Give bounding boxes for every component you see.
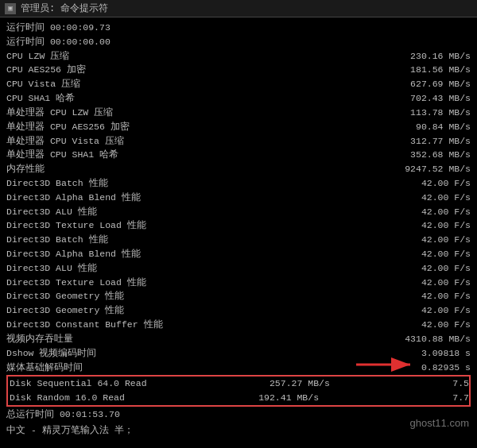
value: 9247.52 MB/s <box>375 162 471 176</box>
title-bar: ▣ 管理员: 命令提示符 <box>0 0 477 17</box>
window-title: 管理员: 命令提示符 <box>21 2 108 15</box>
value: 230.16 MB/s <box>375 49 471 64</box>
value: 312.77 MB/s <box>375 134 471 149</box>
label: CPU AES256 加密 <box>6 63 375 77</box>
runtime2-label: 运行时间 00:00:00.00 <box>6 37 111 47</box>
highlighted-section: Disk Sequential 64.0 Read 257.27 MB/s 7.… <box>6 375 471 407</box>
row-d3d-alu1: Direct3D ALU 性能 42.00 F/s <box>6 205 471 219</box>
row-vram: 视频内存吞吐量 4310.88 MB/s <box>6 332 471 346</box>
label: Direct3D Geometry 性能 <box>6 303 375 318</box>
row-d3d-alpha1: Direct3D Alpha Blend 性能 42.00 F/s <box>6 191 471 205</box>
label: 单处理器 CPU SHA1 哈希 <box>6 148 375 162</box>
value: 0.82935 s <box>375 361 471 375</box>
label: CPU LZW 压缩 <box>6 49 375 64</box>
value: 42.00 F/s <box>375 289 471 303</box>
row-cpu-lzw: CPU LZW 压缩 230.16 MB/s <box>6 49 471 64</box>
label: Direct3D ALU 性能 <box>6 205 375 219</box>
label: 单处理器 CPU LZW 压缩 <box>6 106 375 120</box>
value: 4310.88 MB/s <box>375 332 471 346</box>
disk-seq-label: Disk Sequential 64.0 Read <box>8 377 147 391</box>
disk-seq-value: 257.27 MB/s <box>270 377 330 391</box>
value: 627.69 MB/s <box>375 77 471 91</box>
title-icon: ▣ <box>5 3 16 14</box>
value: 42.00 F/s <box>375 261 471 276</box>
value: 42.00 F/s <box>375 247 471 261</box>
watermark: ghost11.com <box>410 417 469 429</box>
row-media: 媒体基础解码时间 0.82935 s <box>6 361 471 375</box>
value: 113.78 MB/s <box>375 106 471 120</box>
label: 内存性能 <box>6 162 375 176</box>
row-memory: 内存性能 9247.52 MB/s <box>6 162 471 176</box>
disk-rand-score: 7.7 <box>452 391 469 405</box>
row-d3d-alu2: Direct3D ALU 性能 42.00 F/s <box>6 261 471 276</box>
disk-rand-row: Disk Random 16.0 Read 192.41 MB/s 7.7 <box>8 391 469 405</box>
label: CPU SHA1 哈希 <box>6 91 375 106</box>
total-time-label: 总运行时间 00:01:53.70 <box>6 409 120 419</box>
row-single-sha1: 单处理器 CPU SHA1 哈希 352.68 MB/s <box>6 148 471 162</box>
row-d3d-tex1: Direct3D Texture Load 性能 42.00 F/s <box>6 218 471 233</box>
row-cpu-aes: CPU AES256 加密 181.56 MB/s <box>6 63 471 77</box>
label: Direct3D Batch 性能 <box>6 233 375 247</box>
label: Direct3D Batch 性能 <box>6 176 375 191</box>
ime-row: 中文 - 精灵万笔输入法 半； <box>6 423 471 438</box>
label: Direct3D Geometry 性能 <box>6 289 375 303</box>
row-d3d-alpha2: Direct3D Alpha Blend 性能 42.00 F/s <box>6 247 471 261</box>
value: 702.43 MB/s <box>375 91 471 106</box>
label: Direct3D ALU 性能 <box>6 261 375 276</box>
disk-seq-score: 7.5 <box>452 377 469 391</box>
disk-seq-row: Disk Sequential 64.0 Read 257.27 MB/s 7.… <box>8 377 469 391</box>
label: Dshow 视频编码时间 <box>6 346 375 361</box>
label: Direct3D Texture Load 性能 <box>6 276 375 290</box>
label: Direct3D Texture Load 性能 <box>6 218 375 233</box>
value: 42.00 F/s <box>375 176 471 191</box>
terminal-body: 运行时间 00:00:09.73 运行时间 00:00:00.00 CPU LZ… <box>0 17 477 441</box>
label: CPU Vista 压缩 <box>6 77 375 91</box>
label: 单处理器 CPU AES256 加密 <box>6 120 375 134</box>
row-runtime2: 运行时间 00:00:00.00 <box>6 35 471 49</box>
value: 42.00 F/s <box>375 218 471 233</box>
value: 90.84 MB/s <box>375 120 471 134</box>
label: Direct3D Alpha Blend 性能 <box>6 191 375 205</box>
value: 42.00 F/s <box>375 276 471 290</box>
label: 单处理器 CPU Vista 压缩 <box>6 134 375 149</box>
row-d3d-geo1: Direct3D Geometry 性能 42.00 F/s <box>6 289 471 303</box>
value: 352.68 MB/s <box>375 148 471 162</box>
row-d3d-const: Direct3D Constant Buffer 性能 42.00 F/s <box>6 318 471 332</box>
value: 42.00 F/s <box>375 233 471 247</box>
label: 视频内存吞吐量 <box>6 332 375 346</box>
value: 42.00 F/s <box>375 303 471 318</box>
row-cpu-vista: CPU Vista 压缩 627.69 MB/s <box>6 77 471 91</box>
disk-rand-label: Disk Random 16.0 Read <box>8 391 125 405</box>
watermark-text: ghost11.com <box>410 417 469 429</box>
disk-rand-value: 192.41 MB/s <box>258 391 319 405</box>
value: 3.09818 s <box>375 346 471 361</box>
row-cpu-sha1: CPU SHA1 哈希 702.43 MB/s <box>6 91 471 106</box>
value: 42.00 F/s <box>375 191 471 205</box>
label: 媒体基础解码时间 <box>6 361 375 375</box>
total-time: 总运行时间 00:01:53.70 <box>6 407 471 422</box>
row-d3d-batch1: Direct3D Batch 性能 42.00 F/s <box>6 176 471 191</box>
row-single-aes: 单处理器 CPU AES256 加密 90.84 MB/s <box>6 120 471 134</box>
row-runtime1: 运行时间 00:00:09.73 <box>6 21 471 35</box>
label: Direct3D Constant Buffer 性能 <box>6 318 375 332</box>
row-d3d-geo2: Direct3D Geometry 性能 42.00 F/s <box>6 303 471 318</box>
value: 42.00 F/s <box>375 205 471 219</box>
label: Direct3D Alpha Blend 性能 <box>6 247 375 261</box>
row-d3d-batch2: Direct3D Batch 性能 42.00 F/s <box>6 233 471 247</box>
ime-label: 中文 - 精灵万笔输入法 半； <box>6 425 134 435</box>
row-dshow: Dshow 视频编码时间 3.09818 s <box>6 346 471 361</box>
value: 181.56 MB/s <box>375 63 471 77</box>
value: 42.00 F/s <box>375 318 471 332</box>
row-single-vista: 单处理器 CPU Vista 压缩 312.77 MB/s <box>6 134 471 149</box>
row-single-lzw: 单处理器 CPU LZW 压缩 113.78 MB/s <box>6 106 471 120</box>
runtime1-label: 运行时间 00:00:09.73 <box>6 22 111 33</box>
row-d3d-tex2: Direct3D Texture Load 性能 42.00 F/s <box>6 276 471 290</box>
